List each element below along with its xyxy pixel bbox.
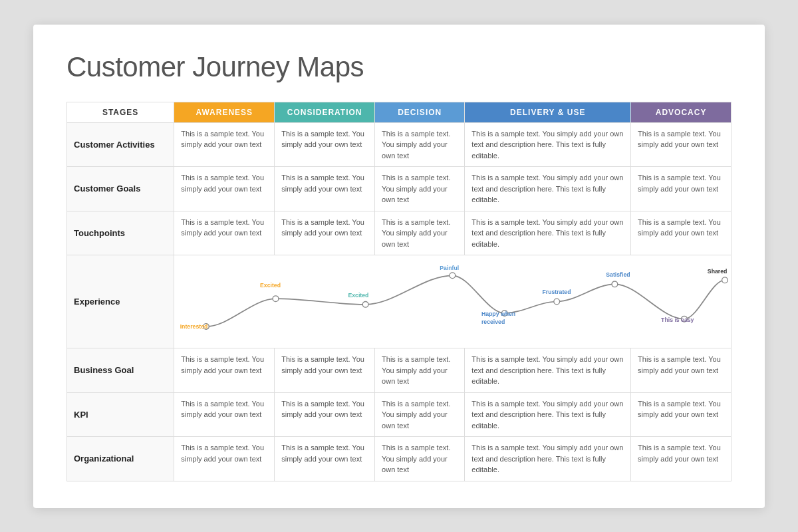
- cell-advocacy: This is a sample text. You simply add yo…: [631, 167, 732, 211]
- cell-advocacy: This is a sample text. You simply add yo…: [631, 437, 732, 481]
- cell-delivery: This is a sample text. You simply add yo…: [465, 437, 631, 481]
- svg-text:Excited: Excited: [348, 292, 369, 299]
- table-row: Business Goal This is a sample text. You…: [67, 348, 732, 393]
- header-row: STAGES AWARENESS CONSIDERATION DECISION …: [67, 102, 732, 122]
- experience-label: Experience: [67, 255, 174, 348]
- cell-advocacy: This is a sample text. You simply add yo…: [631, 211, 732, 255]
- svg-text:Happy when: Happy when: [481, 311, 515, 317]
- cell-delivery: This is a sample text. You simply add yo…: [465, 211, 631, 255]
- cell-consideration: This is a sample text. You simply add yo…: [275, 211, 375, 255]
- row-label: Touchpoints: [67, 211, 174, 255]
- advocacy-header: ADVOCACY: [631, 102, 732, 122]
- svg-text:Excited: Excited: [260, 282, 281, 289]
- cell-decision: This is a sample text. You simply add yo…: [375, 211, 465, 255]
- svg-point-3: [450, 273, 456, 279]
- experience-chart-cell: InterestedExcitedExcitedPainfulHappy whe…: [174, 255, 732, 348]
- consideration-header: CONSIDERATION: [275, 102, 375, 122]
- cell-delivery: This is a sample text. You simply add yo…: [465, 392, 631, 437]
- decision-header: DECISION: [375, 102, 465, 122]
- svg-text:Frustrated: Frustrated: [543, 289, 571, 295]
- cell-awareness: This is a sample text. You simply add yo…: [174, 167, 275, 211]
- cell-delivery: This is a sample text. You simply add yo…: [465, 167, 631, 211]
- cell-awareness: This is a sample text. You simply add yo…: [174, 348, 275, 393]
- cell-consideration: This is a sample text. You simply add yo…: [275, 392, 375, 437]
- cell-delivery: This is a sample text. You simply add yo…: [465, 122, 631, 167]
- table-row: KPI This is a sample text. You simply ad…: [67, 392, 732, 437]
- table-row: Customer Goals This is a sample text. Yo…: [67, 167, 732, 211]
- cell-delivery: This is a sample text. You simply add yo…: [465, 348, 631, 393]
- svg-point-6: [612, 281, 618, 287]
- cell-decision: This is a sample text. You simply add yo…: [375, 437, 465, 481]
- svg-text:This is easy: This is easy: [661, 317, 694, 323]
- experience-row: Experience InterestedExcitedExcitedPainf…: [67, 255, 732, 348]
- svg-text:Shared: Shared: [708, 268, 728, 275]
- cell-decision: This is a sample text. You simply add yo…: [375, 167, 465, 211]
- cell-advocacy: This is a sample text. You simply add yo…: [631, 392, 732, 437]
- row-label: Business Goal: [67, 348, 174, 393]
- table-row: Touchpoints This is a sample text. You s…: [67, 211, 732, 255]
- cell-awareness: This is a sample text. You simply add yo…: [174, 392, 275, 437]
- cell-advocacy: This is a sample text. You simply add yo…: [631, 122, 732, 167]
- awareness-header: AWARENESS: [174, 102, 275, 122]
- table-row: Customer Activities This is a sample tex…: [67, 122, 732, 167]
- page-title: Customer Journey Maps: [66, 51, 732, 83]
- svg-text:Satisfied: Satisfied: [606, 271, 630, 278]
- cell-consideration: This is a sample text. You simply add yo…: [275, 348, 375, 393]
- svg-text:Interested: Interested: [180, 323, 208, 330]
- svg-point-8: [722, 277, 728, 283]
- row-label: KPI: [67, 392, 174, 437]
- svg-point-1: [273, 296, 279, 302]
- svg-text:received: received: [481, 319, 505, 325]
- table-row: Organizational This is a sample text. Yo…: [67, 437, 732, 481]
- cell-consideration: This is a sample text. You simply add yo…: [275, 167, 375, 211]
- cell-consideration: This is a sample text. You simply add yo…: [275, 437, 375, 481]
- journey-map-table: STAGES AWARENESS CONSIDERATION DECISION …: [66, 102, 732, 481]
- svg-text:Painful: Painful: [440, 265, 459, 271]
- cell-decision: This is a sample text. You simply add yo…: [375, 392, 465, 437]
- cell-awareness: This is a sample text. You simply add yo…: [174, 122, 275, 167]
- row-label: Customer Activities: [67, 122, 174, 167]
- cell-consideration: This is a sample text. You simply add yo…: [275, 122, 375, 167]
- slide: Customer Journey Maps STAGES AWARENESS C…: [33, 25, 765, 508]
- svg-point-5: [554, 299, 560, 305]
- stages-header: STAGES: [67, 102, 174, 122]
- cell-advocacy: This is a sample text. You simply add yo…: [631, 348, 732, 393]
- delivery-header: DELIVERY & USE: [465, 102, 631, 122]
- cell-decision: This is a sample text. You simply add yo…: [375, 348, 465, 393]
- cell-awareness: This is a sample text. You simply add yo…: [174, 437, 275, 481]
- cell-awareness: This is a sample text. You simply add yo…: [174, 211, 275, 255]
- svg-point-2: [363, 302, 369, 308]
- row-label: Organizational: [67, 437, 174, 481]
- cell-decision: This is a sample text. You simply add yo…: [375, 122, 465, 167]
- row-label: Customer Goals: [67, 167, 174, 211]
